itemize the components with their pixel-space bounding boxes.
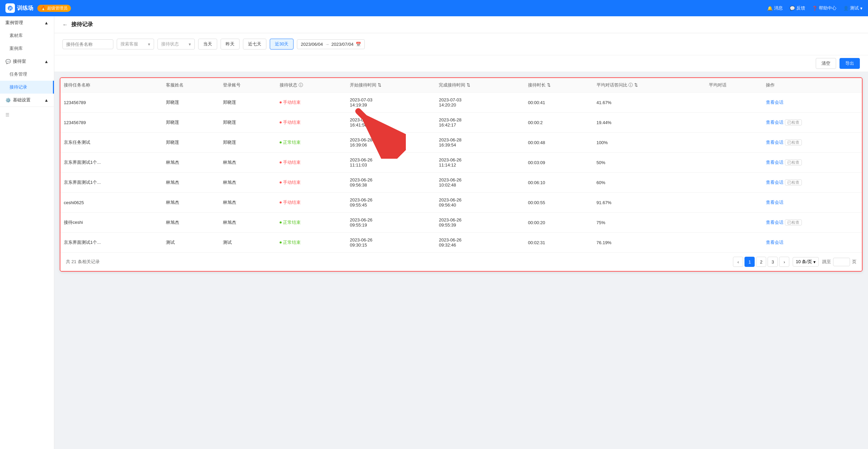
agent-search-select[interactable]: 搜索客服 ▾	[117, 39, 154, 50]
cell-end-time: 2023-07-0314:20:20	[435, 93, 524, 113]
cell-duration: 00:00:55	[525, 193, 593, 213]
cell-agent-name: 林旭杰	[163, 173, 220, 193]
col-agent-name: 客服姓名	[163, 78, 220, 93]
goto-page-input[interactable]	[833, 258, 850, 266]
table-row: 123456789 郑晓莲 郑晓莲 手动结束 2023-06-2816:41:5…	[60, 113, 862, 133]
view-conversation-btn[interactable]: 查看会话	[766, 219, 784, 226]
cell-task-name: 京东任务测试	[60, 133, 163, 153]
export-btn[interactable]: 导出	[839, 58, 860, 69]
cell-status: 手动结束	[276, 193, 346, 213]
clear-btn[interactable]: 清空	[816, 58, 836, 69]
checked-badge[interactable]: 已检查	[785, 119, 802, 125]
checked-badge[interactable]: 已检查	[785, 179, 802, 186]
cell-actions: 查看会话 已检查	[762, 133, 862, 153]
view-conversation-btn[interactable]: 查看会话	[766, 99, 784, 105]
table-row: 京东界面测试1个... 林旭杰 林旭杰 手动结束 2023-06-2609:56…	[60, 173, 862, 193]
notifications-btn[interactable]: 🔔 消息	[767, 5, 783, 11]
user-menu[interactable]: 👤 测试 ▾	[843, 5, 863, 11]
sidebar-section-basic-settings[interactable]: ⚙️ 基础设置 ▲	[0, 94, 54, 106]
cell-account: 林旭杰	[220, 173, 277, 193]
waiting-room-icon: 💬	[5, 59, 11, 64]
feedback-btn[interactable]: 💬 反馈	[790, 5, 805, 11]
logo-icon: 训	[5, 3, 15, 13]
view-conversation-btn[interactable]: 查看会话	[766, 119, 784, 125]
cell-actions: 查看会话 已检查	[762, 153, 862, 173]
cell-status: 手动结束	[276, 153, 346, 173]
admin-badge: 🔥 超级管理员	[37, 5, 71, 12]
sidebar-section-waiting-room[interactable]: 💬 接待室 ▲	[0, 55, 54, 68]
checked-badge[interactable]: 已检查	[785, 219, 802, 226]
col-end-time: 完成接待时间 ⇅	[435, 78, 524, 93]
cell-duration: 00:00:2	[525, 113, 593, 133]
page-title: 接待记录	[71, 21, 93, 28]
table-row: 京东界面测试1个... 测试 测试 正常结束 2023-06-2609:30:1…	[60, 233, 862, 253]
table-row: ceshi0625 林旭杰 林旭杰 手动结束 2023-06-2609:55:4…	[60, 193, 862, 213]
checked-badge[interactable]: 已检查	[785, 139, 802, 145]
cell-avg-conv	[705, 173, 762, 193]
sidebar-section-case-mgmt[interactable]: 案例管理 ▲	[0, 16, 54, 29]
cell-agent-name: 郑晓莲	[163, 133, 220, 153]
cell-agent-name: 郑晓莲	[163, 93, 220, 113]
cell-task-name: 123456789	[60, 93, 163, 113]
sidebar-item-material[interactable]: 素材库	[0, 29, 54, 42]
page-size-selector[interactable]: 10 条/页 ▾	[793, 257, 819, 267]
table-wrapper: 接待任务名称 客服姓名 登录账号 接待状态 ⓘ 开始接待时间 ⇅ 完成接待时间 …	[60, 78, 862, 252]
page-3-btn[interactable]: 3	[768, 257, 778, 267]
cell-account: 郑晓莲	[220, 113, 277, 133]
prev-page-btn[interactable]: ‹	[733, 257, 743, 267]
cell-duration: 00:06:10	[525, 173, 593, 193]
page-1-btn[interactable]: 1	[744, 257, 755, 267]
col-start-time: 开始接待时间 ⇅	[346, 78, 435, 93]
last-7days-btn[interactable]: 近七天	[243, 39, 266, 50]
view-conversation-btn[interactable]: 查看会话	[766, 199, 784, 206]
col-avg-conv: 平均对话	[705, 78, 762, 93]
action-bar: 清空 导出	[54, 55, 868, 72]
view-conversation-btn[interactable]: 查看会话	[766, 179, 784, 186]
cell-start-time: 2023-06-2816:39:06	[346, 133, 435, 153]
view-conversation-btn[interactable]: 查看会话	[766, 159, 784, 165]
waiting-room-collapse-icon: ▲	[44, 59, 49, 64]
sidebar-item-task-mgmt[interactable]: 任务管理	[0, 68, 54, 81]
cell-agent-name: 林旭杰	[163, 153, 220, 173]
date-range-picker[interactable]: 2023/06/04 → 2023/07/04 📅	[297, 39, 364, 49]
back-button[interactable]: ←	[62, 22, 68, 28]
last-30days-btn[interactable]: 近30天	[270, 39, 294, 50]
checked-badge[interactable]: 已检查	[785, 159, 802, 165]
basic-settings-icon: ⚙️	[5, 98, 11, 103]
nav-left: 训 训练场 🔥 超级管理员	[5, 3, 71, 13]
pagination: ‹ 1 2 3 ›	[733, 257, 789, 267]
yesterday-btn[interactable]: 昨天	[221, 39, 240, 50]
status-select[interactable]: 接待状态 ▾	[157, 39, 195, 50]
page-2-btn[interactable]: 2	[756, 257, 766, 267]
view-conversation-btn[interactable]: 查看会话	[766, 139, 784, 145]
cell-agent-name: 林旭杰	[163, 193, 220, 213]
top-navigation: 训 训练场 🔥 超级管理员 🔔 消息 💬 反馈 ❓ 帮助中心 👤 测试 ▾	[0, 0, 868, 16]
cell-task-name: 123456789	[60, 113, 163, 133]
table-row: 京东界面测试1个... 林旭杰 林旭杰 手动结束 2023-06-2611:11…	[60, 153, 862, 173]
svg-text:训: 训	[8, 6, 12, 10]
status-dropdown-icon: ▾	[189, 42, 191, 47]
sidebar-item-case-library[interactable]: 案例库	[0, 42, 54, 55]
view-conversation-btn[interactable]: 查看会话	[766, 239, 784, 246]
sidebar-item-reception-records[interactable]: 接待记录	[0, 81, 54, 94]
sidebar-menu-icon[interactable]: ☰	[0, 106, 54, 123]
page-header: ← 接待记录	[54, 16, 868, 33]
help-btn[interactable]: ❓ 帮助中心	[812, 5, 836, 11]
start-date: 2023/06/04	[301, 42, 323, 47]
cell-end-time: 2023-06-2611:14:12	[435, 153, 524, 173]
cell-start-time: 2023-06-2609:30:15	[346, 233, 435, 253]
next-page-btn[interactable]: ›	[779, 257, 789, 267]
cell-avg-qa: 76.19%	[593, 233, 706, 253]
sidebar: 案例管理 ▲ 素材库 案例库 💬 接待室 ▲ 任务管理 接待记录 ⚙️ 基础设置…	[0, 16, 54, 449]
main-content: ← 接待记录 搜索客服 ▾ 接待状态 ▾ 当天 昨天 近七天 近30天 2023…	[54, 16, 868, 449]
cell-start-time: 2023-06-2611:11:03	[346, 153, 435, 173]
cell-task-name: ceshi0625	[60, 193, 163, 213]
cell-start-time: 2023-07-0314:19:39	[346, 93, 435, 113]
cell-avg-conv	[705, 213, 762, 233]
cell-end-time: 2023-06-2816:42:17	[435, 113, 524, 133]
nav-right: 🔔 消息 💬 反馈 ❓ 帮助中心 👤 测试 ▾	[767, 5, 863, 11]
cell-account: 林旭杰	[220, 193, 277, 213]
today-btn[interactable]: 当天	[198, 39, 217, 50]
task-name-input[interactable]	[62, 39, 113, 49]
cell-task-name: 接待ceshi	[60, 213, 163, 233]
